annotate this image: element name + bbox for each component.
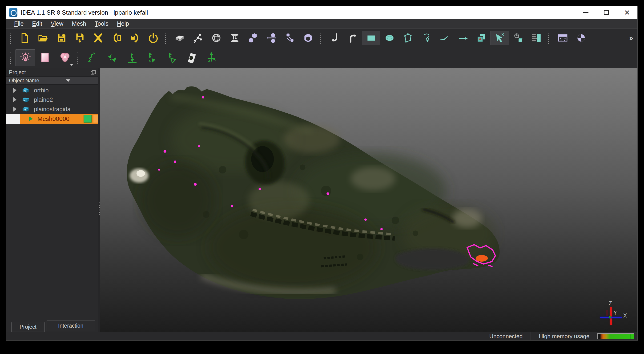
toolbar-grip[interactable] bbox=[548, 32, 550, 44]
menu-edit[interactable]: Edit bbox=[28, 19, 46, 28]
material-gradient-button[interactable] bbox=[35, 49, 55, 66]
menu-bar: File Edit View Mesh Tools Help bbox=[6, 19, 638, 29]
fit-view-button[interactable] bbox=[554, 31, 572, 45]
expand-caret-icon[interactable] bbox=[13, 97, 16, 102]
mesh-checkbox-cell[interactable] bbox=[6, 114, 20, 124]
registration-points-button[interactable] bbox=[189, 31, 207, 45]
visibility-indicator[interactable] bbox=[84, 115, 92, 123]
normals-triangle-button[interactable] bbox=[142, 49, 162, 66]
save-button[interactable] bbox=[52, 31, 70, 45]
rectangle-select-button[interactable] bbox=[362, 31, 380, 45]
menu-mesh[interactable]: Mesh bbox=[68, 19, 90, 28]
color-blend-button[interactable] bbox=[55, 49, 75, 66]
menu-view[interactable]: View bbox=[46, 19, 68, 28]
app-logo-icon bbox=[9, 8, 18, 17]
project-panel-title: Project bbox=[9, 69, 26, 76]
axis-y-label: Y bbox=[614, 310, 617, 316]
toolbar-grip[interactable] bbox=[164, 32, 167, 44]
dropdown-caret-icon bbox=[70, 64, 74, 66]
title-bar: IDEA 1.1 SR 8 Standard version - ippario… bbox=[6, 6, 638, 19]
mesh-pair-button[interactable] bbox=[244, 31, 262, 45]
menu-file[interactable]: File bbox=[10, 19, 28, 28]
light-toggle-button[interactable] bbox=[16, 49, 35, 66]
toolbar-grip[interactable] bbox=[10, 32, 12, 44]
connection-status: Unconnected bbox=[481, 332, 530, 340]
mesh-compare-button[interactable] bbox=[280, 31, 299, 45]
tree-row-mesh00000-selected[interactable]: Mesh00000 bbox=[6, 114, 98, 124]
restore-icon bbox=[604, 10, 609, 15]
orbit-view-button[interactable] bbox=[572, 31, 590, 45]
scan-group-icon bbox=[22, 106, 30, 112]
scanner-button[interactable] bbox=[170, 31, 189, 45]
restore-button[interactable] bbox=[596, 6, 617, 19]
ellipse-select-button[interactable] bbox=[380, 31, 399, 45]
viewport-3d[interactable]: Z Y X bbox=[100, 68, 638, 332]
object-list-button[interactable] bbox=[527, 31, 546, 45]
open-folder-button[interactable] bbox=[34, 31, 52, 45]
pick-cursor-button[interactable] bbox=[490, 31, 509, 45]
axis-x-line bbox=[600, 317, 622, 318]
flip-normals-button[interactable] bbox=[182, 49, 202, 66]
toolbar-grip[interactable] bbox=[77, 52, 80, 64]
column-object-name[interactable]: Object Name bbox=[6, 77, 74, 84]
expand-caret-icon[interactable] bbox=[13, 107, 16, 112]
tree-item-label[interactable]: orthio bbox=[34, 87, 49, 94]
tab-project[interactable]: Project bbox=[11, 322, 45, 332]
delete-button[interactable] bbox=[89, 31, 107, 45]
tree-row-orthio[interactable]: orthio bbox=[6, 86, 98, 95]
expand-caret-icon[interactable] bbox=[13, 88, 16, 93]
normal-outline-button[interactable] bbox=[162, 49, 182, 66]
polyline-select-button[interactable] bbox=[436, 31, 454, 45]
mesh-hole-fill-button[interactable] bbox=[299, 31, 317, 45]
minimize-button[interactable] bbox=[575, 6, 596, 19]
redo-button[interactable] bbox=[344, 31, 362, 45]
toolbar-grip[interactable] bbox=[10, 52, 12, 64]
panel-tabs: Project Interaction bbox=[6, 320, 98, 332]
close-button[interactable]: ✕ bbox=[617, 6, 638, 19]
splitter-grip-icon bbox=[98, 202, 100, 216]
lasso-select-button[interactable] bbox=[417, 31, 436, 45]
polygon-select-button[interactable] bbox=[399, 31, 417, 45]
import-project-button[interactable] bbox=[107, 31, 126, 45]
mesh-split-button[interactable] bbox=[262, 31, 280, 45]
normal-down-button[interactable] bbox=[122, 49, 142, 66]
tree-row-plaino2[interactable]: plaino2 bbox=[6, 95, 98, 104]
column-extra-1[interactable] bbox=[74, 77, 86, 84]
axis-z-label: Z bbox=[609, 300, 612, 307]
memory-usage-cell bbox=[598, 332, 638, 340]
power-button[interactable] bbox=[144, 31, 162, 45]
export-project-button[interactable] bbox=[126, 31, 144, 45]
normals-pair-button[interactable] bbox=[103, 49, 122, 66]
undo-button[interactable] bbox=[325, 31, 344, 45]
window-title: IDEA 1.1 SR 8 Standard version - ippario… bbox=[21, 9, 148, 16]
tab-interaction[interactable]: Interaction bbox=[46, 320, 95, 331]
secondary-indicator bbox=[94, 115, 98, 123]
globe-texture-button[interactable] bbox=[207, 31, 226, 45]
save-as-button[interactable] bbox=[70, 31, 89, 45]
tree-row-plainosfragida[interactable]: plainosfragida bbox=[6, 104, 98, 114]
new-document-button[interactable] bbox=[16, 31, 34, 45]
status-bar: Unconnected High memory usage bbox=[6, 332, 638, 340]
float-panel-icon[interactable] bbox=[90, 70, 96, 74]
tree-item-label[interactable]: plainosfragida bbox=[34, 106, 70, 113]
menu-tools[interactable]: Tools bbox=[90, 19, 112, 28]
column-extra-2[interactable] bbox=[86, 77, 98, 84]
line-select-button[interactable] bbox=[454, 31, 472, 45]
scan-group-icon bbox=[22, 97, 30, 103]
toolbar-grip[interactable] bbox=[319, 32, 322, 44]
decimate-button[interactable] bbox=[226, 31, 244, 45]
tree-item-label[interactable]: plaino2 bbox=[34, 96, 53, 103]
tree-item-label[interactable]: Mesh00000 bbox=[38, 115, 70, 123]
memory-usage-bar bbox=[598, 333, 634, 339]
panel-splitter[interactable] bbox=[98, 68, 100, 332]
app-window: IDEA 1.1 SR 8 Standard version - ippario… bbox=[6, 6, 638, 340]
toolbar-overflow-chevron[interactable]: » bbox=[629, 34, 633, 42]
align-axes-button[interactable] bbox=[202, 49, 221, 66]
curve-edit-button[interactable] bbox=[83, 49, 103, 66]
main-toolbar: » bbox=[6, 29, 638, 47]
menu-help[interactable]: Help bbox=[113, 19, 133, 28]
axis-shadow bbox=[606, 310, 608, 316]
close-icon: ✕ bbox=[624, 9, 630, 17]
inspect-object-button[interactable] bbox=[509, 31, 527, 45]
duplicate-view-button[interactable] bbox=[472, 31, 490, 45]
